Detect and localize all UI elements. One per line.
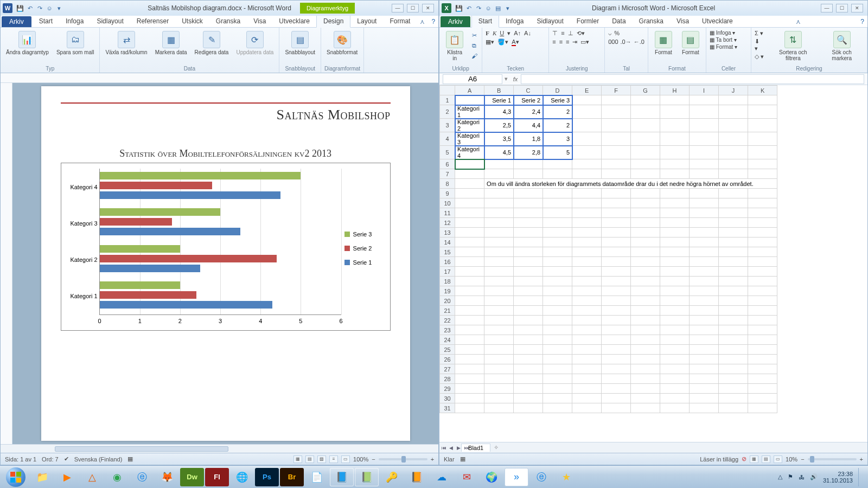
row-header-14[interactable]: 14 bbox=[440, 237, 455, 247]
comma-icon[interactable]: 000 bbox=[608, 38, 618, 45]
chart-object[interactable]: 0123456Kategori 1Kategori 2Kategori 3Kat… bbox=[61, 163, 391, 331]
cell-D20[interactable] bbox=[543, 296, 572, 306]
cell-J15[interactable] bbox=[719, 247, 748, 257]
cell-B21[interactable] bbox=[484, 306, 514, 316]
cell-I16[interactable] bbox=[690, 257, 719, 267]
col-header-H[interactable]: H bbox=[660, 86, 690, 95]
row-header-17[interactable]: 17 bbox=[440, 267, 455, 277]
row-header-18[interactable]: 18 bbox=[440, 277, 455, 286]
cut-icon[interactable]: ✂ bbox=[470, 31, 478, 40]
cell-E17[interactable] bbox=[572, 267, 602, 277]
align-middle-icon[interactable]: ≡ bbox=[561, 30, 564, 37]
cell-A30[interactable] bbox=[455, 394, 484, 403]
cell-I3[interactable] bbox=[690, 119, 719, 132]
cell-J9[interactable] bbox=[719, 189, 748, 198]
cell-H24[interactable] bbox=[660, 335, 690, 345]
cell-A5[interactable]: Kategori 4 bbox=[455, 146, 484, 159]
new-sheet-icon[interactable]: ✧ bbox=[490, 444, 502, 451]
next-sheet-icon[interactable]: ▶ bbox=[457, 445, 463, 451]
cell-A20[interactable] bbox=[455, 296, 484, 306]
cell-F31[interactable] bbox=[602, 403, 631, 413]
cell-F20[interactable] bbox=[602, 296, 631, 306]
cell-D14[interactable] bbox=[543, 237, 572, 247]
cell-I21[interactable] bbox=[690, 306, 719, 316]
cell-K21[interactable] bbox=[748, 306, 777, 316]
row-header-24[interactable]: 24 bbox=[440, 335, 455, 345]
cell-D4[interactable]: 3 bbox=[543, 132, 572, 146]
cell-D26[interactable] bbox=[543, 355, 572, 364]
cell-C22[interactable] bbox=[514, 316, 543, 325]
taskbar-flash-icon[interactable]: Fl bbox=[205, 468, 229, 486]
cell-A15[interactable] bbox=[455, 247, 484, 257]
cell-B27[interactable] bbox=[484, 364, 514, 374]
first-sheet-icon[interactable]: ⏮ bbox=[442, 445, 448, 451]
cell-G9[interactable] bbox=[631, 189, 660, 198]
cell-I24[interactable] bbox=[690, 335, 719, 345]
cell-K31[interactable] bbox=[748, 403, 777, 413]
cell-C13[interactable] bbox=[514, 228, 543, 237]
font-size-down-icon[interactable]: A↓ bbox=[524, 30, 531, 37]
cell-E10[interactable] bbox=[572, 198, 602, 208]
row-header-7[interactable]: 7 bbox=[440, 169, 455, 179]
taskbar-access-icon[interactable]: 🔑 bbox=[380, 468, 404, 486]
cell-F1[interactable] bbox=[602, 95, 631, 105]
cell-K2[interactable] bbox=[748, 105, 777, 119]
cell-G10[interactable] bbox=[631, 198, 660, 208]
cell-D13[interactable] bbox=[543, 228, 572, 237]
cell-G19[interactable] bbox=[631, 286, 660, 296]
cell-B4[interactable]: 3,5 bbox=[484, 132, 514, 146]
cell-J29[interactable] bbox=[719, 384, 748, 394]
tab-sidlayout[interactable]: Sidlayout bbox=[530, 16, 570, 27]
cell-B16[interactable] bbox=[484, 257, 514, 267]
cell-D25[interactable] bbox=[543, 345, 572, 355]
cell-K1[interactable] bbox=[748, 95, 777, 105]
cell-G23[interactable] bbox=[631, 325, 660, 335]
bar-serie3[interactable] bbox=[100, 172, 301, 179]
cell-A9[interactable] bbox=[455, 189, 484, 198]
cell-B15[interactable] bbox=[484, 247, 514, 257]
cell-K20[interactable] bbox=[748, 296, 777, 306]
stop-loading-icon[interactable]: ⊘ bbox=[742, 455, 746, 463]
cell-F10[interactable] bbox=[602, 198, 631, 208]
cell-E9[interactable] bbox=[572, 189, 602, 198]
bar-serie2[interactable] bbox=[100, 218, 173, 226]
save-icon[interactable]: 💾 bbox=[455, 4, 463, 12]
cell-J14[interactable] bbox=[719, 237, 748, 247]
taskbar-ie-icon[interactable]: ⓔ bbox=[130, 468, 154, 486]
cell-A1[interactable] bbox=[455, 95, 484, 105]
name-box-dropdown-icon[interactable]: ▾ bbox=[502, 75, 510, 82]
cell-J17[interactable] bbox=[719, 267, 748, 277]
col-header-E[interactable]: E bbox=[572, 86, 602, 95]
percent-icon[interactable]: % bbox=[614, 30, 620, 37]
cell-C28[interactable] bbox=[514, 374, 543, 384]
cell-C14[interactable] bbox=[514, 237, 543, 247]
bar-serie1[interactable] bbox=[100, 265, 200, 272]
fx-icon[interactable]: fx bbox=[510, 76, 521, 82]
word-quick-access[interactable]: 💾 ↶ ↷ ☺ ▾ bbox=[12, 4, 67, 12]
bar-serie2[interactable] bbox=[100, 182, 213, 189]
merge-icon[interactable]: ▭▾ bbox=[580, 38, 589, 46]
paste-button[interactable]: 📋Klistra in bbox=[443, 30, 467, 62]
chart-plot-area[interactable]: 0123456Kategori 1Kategori 2Kategori 3Kat… bbox=[99, 169, 341, 315]
cell-C17[interactable] bbox=[514, 267, 543, 277]
cell-A26[interactable] bbox=[455, 355, 484, 364]
save-as-template-button[interactable]: 🗂Spara som mall bbox=[54, 30, 96, 56]
cell-E18[interactable] bbox=[572, 277, 602, 286]
cell-H11[interactable] bbox=[660, 208, 690, 218]
cell-H21[interactable] bbox=[660, 306, 690, 316]
cell-C29[interactable] bbox=[514, 384, 543, 394]
help-icon[interactable]: ? bbox=[428, 16, 438, 27]
cell-E27[interactable] bbox=[572, 364, 602, 374]
cell-B10[interactable] bbox=[484, 198, 514, 208]
cell-E30[interactable] bbox=[572, 394, 602, 403]
cell-F5[interactable] bbox=[602, 146, 631, 159]
cell-K22[interactable] bbox=[748, 316, 777, 325]
cell-D24[interactable] bbox=[543, 335, 572, 345]
smiley-icon[interactable]: ☺ bbox=[45, 4, 54, 12]
col-header-I[interactable]: I bbox=[690, 86, 719, 95]
cell-C25[interactable] bbox=[514, 345, 543, 355]
scrollbar-thumb[interactable] bbox=[55, 446, 228, 452]
cell-J11[interactable] bbox=[719, 208, 748, 218]
col-header-F[interactable]: F bbox=[602, 86, 631, 95]
cell-I11[interactable] bbox=[690, 208, 719, 218]
